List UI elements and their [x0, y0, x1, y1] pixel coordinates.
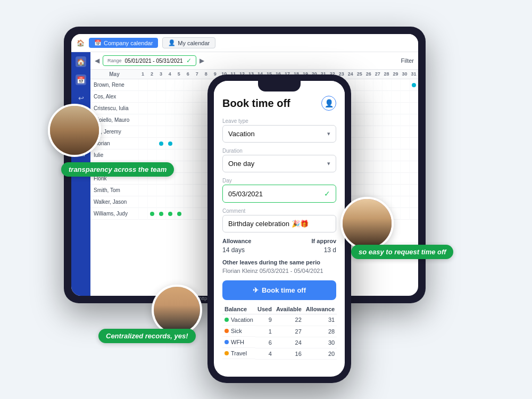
phone-device: Book time off 👤 Leave type Vacation ▾ Du…: [207, 74, 351, 383]
day-2: 2: [147, 70, 156, 79]
phone-notch: [258, 81, 301, 92]
centralized-caption: Centralized records, yes!: [98, 329, 196, 343]
comment-field[interactable]: Comment Birthday celebration 🎉🎁: [222, 208, 336, 232]
balance-table: Balance Used Available Allowance Vacatio…: [222, 304, 337, 360]
employee-row-3: Cristescu, Iulia: [90, 103, 138, 114]
employee-row-7: Iulie: [90, 149, 138, 161]
day-5: 5: [174, 70, 184, 79]
range-selector[interactable]: Range 05/01/2021 - 05/31/2021 ✓: [103, 55, 196, 66]
day-30: 30: [400, 70, 409, 79]
employee-row-11: Walker, Jason: [90, 196, 138, 208]
filter-button[interactable]: Filter: [401, 57, 414, 64]
duration-field[interactable]: Duration One day ▾: [222, 148, 336, 172]
day-26: 26: [364, 70, 373, 79]
transparency-caption: transparency across the team: [61, 162, 174, 177]
company-calendar-tab[interactable]: 📅 Company calendar: [89, 38, 158, 48]
easy-caption: so easy to request time off: [351, 245, 453, 259]
employee-row-10: Smith, Tom: [90, 185, 138, 196]
my-calendar-tab[interactable]: 👤 My calendar: [162, 37, 215, 48]
balance-row: Sick 1 27 28: [222, 326, 337, 337]
employee-row-12: Williams, Judy: [90, 208, 138, 220]
day-29: 29: [391, 70, 400, 79]
range-check-icon: ✓: [186, 57, 192, 64]
leave-type-selector[interactable]: Vacation ▾: [222, 125, 336, 143]
day-field[interactable]: Day 05/03/2021 ✓: [222, 178, 336, 203]
allowance-section: Allowance If approv 14 days 13 d: [222, 238, 336, 254]
employee-row-2: Cos, Alex: [90, 91, 138, 103]
duration-selector[interactable]: One day ▾: [222, 155, 336, 172]
sidebar-back-icon[interactable]: ↩: [76, 93, 86, 103]
book-title: Book time off 👤: [222, 96, 336, 111]
check-icon: ✓: [324, 189, 330, 198]
day-6: 6: [184, 70, 193, 79]
day-7: 7: [193, 70, 202, 79]
day-selector[interactable]: 05/03/2021 ✓: [222, 185, 336, 203]
day-31: 31: [409, 70, 418, 79]
sidebar-calendar-icon[interactable]: 📅: [76, 74, 86, 85]
chevron-down-icon-2: ▾: [327, 160, 330, 167]
other-leaves-label: Other leaves during the same perio: [222, 259, 336, 265]
day-27: 27: [373, 70, 382, 79]
day-4: 4: [165, 70, 174, 79]
calendar-header: 🏠 📅 Company calendar 👤 My calendar: [71, 34, 418, 52]
sidebar-home-icon[interactable]: 🏠: [76, 56, 86, 67]
next-month-button[interactable]: ▶: [200, 57, 204, 64]
day-25: 25: [355, 70, 364, 79]
book-time-off-button[interactable]: ✈ Book time off: [222, 280, 336, 300]
avatar-man: [48, 104, 101, 157]
calendar-toolbar: ◀ Range 05/01/2021 - 05/31/2021 ✓ ▶ Filt…: [90, 52, 418, 70]
send-icon: ✈: [253, 286, 259, 294]
leave-type-field[interactable]: Leave type Vacation ▾: [222, 118, 336, 143]
day-3: 3: [156, 70, 165, 79]
prev-month-button[interactable]: ◀: [95, 57, 99, 64]
other-leaves-person: Florian Kleinz 05/03/2021 - 05/04/2021: [222, 268, 336, 274]
user-icon: 👤: [321, 96, 336, 111]
chevron-down-icon: ▾: [327, 130, 330, 137]
balance-row: WFH 6 24 30: [222, 337, 337, 348]
balance-row: Travel 4 16 20: [222, 348, 337, 359]
phone-content: Book time off 👤 Leave type Vacation ▾ Du…: [214, 96, 345, 377]
day-8: 8: [202, 70, 211, 79]
avatar-woman: [340, 197, 394, 250]
day-28: 28: [382, 70, 391, 79]
balance-row: Vacation 9 22 31: [222, 314, 337, 326]
avatar-woman2: [152, 285, 202, 335]
employee-row-1: Brown, Rene: [90, 79, 138, 91]
phone-screen: Book time off 👤 Leave type Vacation ▾ Du…: [214, 81, 345, 377]
month-header: May: [90, 70, 138, 79]
comment-input[interactable]: Birthday celebration 🎉🎁: [222, 215, 336, 232]
day-1: 1: [138, 70, 147, 79]
day-24: 24: [346, 70, 355, 79]
